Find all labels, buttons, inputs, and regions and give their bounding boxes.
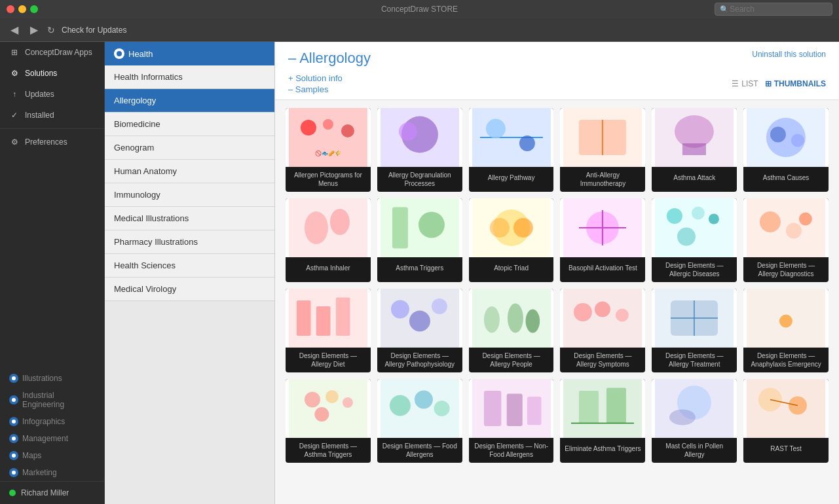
forward-button[interactable]: ▶: [28, 22, 41, 37]
thumbnail-label: Asthma Inhaler: [286, 257, 371, 278]
svg-point-72: [314, 407, 329, 422]
thumbnail-card[interactable]: Design Elements — Anaphylaxis Emergency: [743, 289, 829, 372]
category-header-icon: [114, 48, 124, 59]
thumbnail-label: Allergen Pictograms for Menus: [286, 167, 371, 192]
svg-rect-68: [289, 379, 367, 438]
svg-point-50: [391, 300, 409, 319]
sidebar-group-illustrations[interactable]: Illustrations: [0, 370, 104, 387]
thumbnail-card[interactable]: Design Elements — Allergy People: [469, 289, 554, 372]
thumbnail-card[interactable]: Design Elements — Allergy Symptoms: [560, 289, 645, 372]
svg-point-76: [434, 401, 449, 416]
svg-rect-55: [508, 304, 523, 333]
svg-point-44: [799, 213, 812, 226]
svg-point-52: [432, 298, 447, 314]
category-medical-virology[interactable]: Medical Virology: [105, 278, 274, 301]
category-immunology[interactable]: Immunology: [105, 183, 274, 207]
thumbnail-card[interactable]: Asthma Inhaler: [286, 198, 371, 282]
svg-point-23: [305, 211, 328, 244]
thumbnail-card[interactable]: Atopic Triad: [469, 198, 554, 282]
sidebar-group-marketing[interactable]: Marketing: [0, 464, 104, 481]
minimize-window-button[interactable]: [18, 5, 26, 13]
svg-rect-81: [563, 379, 642, 438]
svg-point-67: [779, 315, 792, 328]
sidebar-item-solutions[interactable]: ⚙ Solutions: [0, 63, 104, 84]
thumbnail-label: Design Elements — Allergic Diseases: [652, 257, 737, 282]
category-human-anatomy[interactable]: Human Anatomy: [105, 160, 274, 183]
sidebar-item-updates[interactable]: ↑ Updates: [0, 84, 104, 105]
thumbnail-label: Design Elements — Non-Food Allergens: [469, 438, 554, 463]
thumbnail-label: Design Elements — Allergy People: [469, 348, 554, 372]
refresh-button[interactable]: ↻: [47, 25, 55, 35]
check-updates-button[interactable]: Check for Updates: [62, 26, 126, 35]
samples-link[interactable]: – Samples: [288, 84, 343, 94]
content-title: – Allergology: [288, 50, 371, 73]
svg-rect-0: [289, 108, 367, 167]
thumbnail-card[interactable]: Design Elements — Food Allergens: [377, 379, 462, 463]
sidebar-group-infographics[interactable]: Infographics: [0, 413, 104, 430]
user-profile: Richard Miller: [0, 481, 104, 504]
titlebar: ConceptDraw STORE 🔍: [0, 0, 839, 18]
thumbnails-icon: ⊞: [765, 79, 772, 88]
content-links: + Solution info – Samples: [288, 73, 343, 94]
list-view-button[interactable]: ☰ LIST: [732, 79, 758, 88]
sidebar-group-industrial[interactable]: Industrial Engineering: [0, 387, 104, 413]
sidebar-item-installed[interactable]: ✓ Installed: [0, 105, 104, 126]
list-icon: ☰: [732, 79, 739, 88]
category-medical-illustrations[interactable]: Medical Illustrations: [105, 207, 274, 230]
thumbnail-card[interactable]: Design Elements — Non-Food Allergens: [469, 379, 554, 463]
category-genogram[interactable]: Genogram: [105, 136, 274, 160]
svg-point-37: [667, 208, 682, 224]
sidebar-group-maps[interactable]: Maps: [0, 447, 104, 464]
updates-icon: ↑: [9, 89, 20, 99]
thumbnail-card[interactable]: Design Elements — Allergic Diseases: [652, 198, 737, 282]
category-health-sciences[interactable]: Health Sciences: [105, 254, 274, 278]
thumbnails-view-button[interactable]: ⊞ THUMBNAILS: [765, 79, 826, 88]
maximize-window-button[interactable]: [30, 5, 38, 13]
back-button[interactable]: ◀: [8, 22, 21, 37]
svg-point-71: [343, 397, 353, 408]
thumbnail-card[interactable]: 🚫🐟🥜🌾Allergen Pictograms for Menus: [286, 108, 371, 192]
thumbnail-card[interactable]: Basophil Activation Test: [560, 198, 645, 282]
svg-rect-54: [484, 306, 500, 333]
solution-info-link[interactable]: + Solution info: [288, 73, 343, 83]
installed-icon: ✓: [9, 110, 20, 120]
category-health-informatics[interactable]: Health Informatics: [105, 65, 274, 89]
svg-point-10: [486, 119, 506, 139]
svg-point-3: [341, 124, 354, 137]
close-window-button[interactable]: [7, 5, 14, 13]
thumbnail-card[interactable]: Asthma Causes: [743, 108, 829, 192]
svg-point-11: [519, 135, 535, 151]
thumbnail-card[interactable]: Anti-Allergy Immunotherapy: [560, 108, 645, 192]
search-icon: 🔍: [720, 5, 729, 14]
thumbnail-card[interactable]: Allergy Pathway: [469, 108, 554, 192]
search-input[interactable]: [715, 3, 832, 16]
thumbnail-card[interactable]: Design Elements — Asthma Triggers: [286, 379, 371, 463]
thumbnail-label: Design Elements — Food Allergens: [377, 438, 462, 463]
left-sidebar: ⊞ ConceptDraw Apps ⚙ Solutions ↑ Updates…: [0, 42, 105, 504]
category-header[interactable]: Health: [105, 42, 274, 65]
category-biomedicine[interactable]: Biomedicine: [105, 113, 274, 136]
thumbnail-card[interactable]: Design Elements — Allergy Pathophysiolog…: [377, 289, 462, 372]
category-allergology[interactable]: Allergology: [105, 89, 274, 113]
thumbnail-card[interactable]: Design Elements — Allergy Diagnostics: [743, 198, 829, 282]
thumbnail-card[interactable]: Asthma Triggers: [377, 198, 462, 282]
thumbnail-card[interactable]: RAST Test: [743, 379, 829, 463]
user-status-indicator: [9, 490, 16, 496]
svg-rect-82: [579, 391, 599, 423]
uninstall-link[interactable]: Uninstall this solution: [752, 50, 826, 59]
sidebar-item-preferences[interactable]: ⚙ Preferences: [0, 132, 104, 153]
svg-point-1: [301, 120, 316, 135]
sidebar-item-apps[interactable]: ⊞ ConceptDraw Apps: [0, 42, 104, 63]
thumbnail-card[interactable]: Mast Cells in Pollen Allergy: [652, 379, 737, 463]
thumbnail-label: Design Elements — Asthma Triggers: [286, 438, 371, 463]
thumbnail-card[interactable]: Eliminate Asthma Triggers: [560, 379, 645, 463]
view-toggles: ☰ LIST ⊞ THUMBNAILS: [732, 79, 826, 88]
svg-rect-78: [484, 391, 501, 426]
thumbnail-card[interactable]: Design Elements — Allergy Diet: [286, 289, 371, 372]
sidebar-group-management[interactable]: Management: [0, 430, 104, 447]
thumbnail-card[interactable]: Allergy Degranulation Processes: [377, 108, 462, 192]
svg-point-21: [791, 134, 804, 147]
thumbnail-card[interactable]: Asthma Attack: [652, 108, 737, 192]
category-pharmacy-illustrations[interactable]: Pharmacy Illustrations: [105, 230, 274, 254]
thumbnail-card[interactable]: Design Elements — Allergy Treatment: [652, 289, 737, 372]
